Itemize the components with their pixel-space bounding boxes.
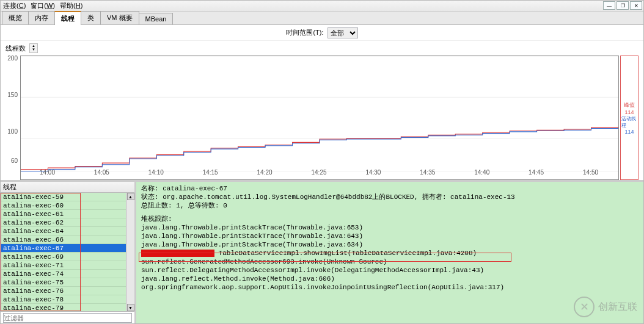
tab-classes[interactable]: 类: [81, 11, 101, 24]
legend-live-value: 114: [624, 129, 634, 135]
thread-item[interactable]: atalina-exec-60: [1, 201, 126, 210]
chart-section: 线程数 ▲▼ 60100150200 峰值 114 活动线程 114 14:00…: [1, 41, 643, 180]
stack-frame: java.lang.Throwable.printStackTrace(Thro…: [141, 240, 639, 249]
close-button[interactable]: ✕: [630, 1, 642, 10]
thread-item[interactable]: atalina-exec-61: [1, 210, 126, 218]
stack-frame: java.lang.Throwable.printStackTrace(Thro…: [141, 223, 639, 232]
redacted-icon: [141, 250, 214, 257]
y-tick-label: 100: [7, 128, 18, 135]
y-tick-label: 60: [11, 157, 18, 164]
thread-item[interactable]: atalina-exec-59: [1, 193, 126, 201]
thread-filter-input[interactable]: [3, 313, 132, 323]
tab-vm-summary[interactable]: VM 概要: [100, 11, 139, 24]
scroll-down-button[interactable]: ▼: [127, 304, 134, 311]
stack-frame: java.lang.Throwable.printStackTrace(Thro…: [141, 232, 639, 240]
minimize-button[interactable]: ―: [603, 1, 615, 10]
x-tick-label: 14:30: [365, 169, 381, 176]
thread-item[interactable]: atalina-exec-67: [1, 244, 126, 253]
x-tick-label: 14:35: [420, 169, 435, 176]
thread-item[interactable]: atalina-exec-64: [1, 227, 126, 236]
chart-legend: 峰值 114 活动线程 114: [620, 56, 639, 180]
thread-item[interactable]: atalina-exec-75: [1, 278, 126, 287]
x-axis-labels: 14:0014:0514:1014:1514:2014:2514:3014:35…: [20, 169, 618, 178]
thread-filter-row: [1, 311, 134, 323]
chart-plot-area: [20, 56, 619, 180]
chart-svg: [21, 56, 618, 179]
legend-live-label: 活动线程: [621, 115, 637, 129]
thread-list-panel: 线程 atalina-exec-59atalina-exec-60atalina…: [1, 182, 136, 323]
x-tick-label: 14:45: [529, 169, 544, 176]
y-tick-label: 150: [7, 92, 18, 98]
tab-bar: 概览 内存 线程 类 VM 概要 MBean: [1, 12, 643, 25]
x-tick-label: 14:05: [94, 169, 109, 176]
chart-spinner[interactable]: ▲▼: [29, 43, 38, 53]
thread-item[interactable]: atalina-exec-76: [1, 287, 126, 295]
stack-frame: sun.reflect.GeneratedMethodAccessor693.i…: [141, 257, 639, 266]
maximize-button[interactable]: ❐: [617, 1, 629, 10]
chevron-down-icon: ▼: [30, 48, 37, 51]
legend-peak-value: 114: [624, 109, 634, 115]
detail-block-row: 总阻止数: 1, 总等待数: 0: [141, 201, 639, 210]
watermark-text: 创新互联: [598, 301, 637, 314]
thread-item[interactable]: atalina-exec-66: [1, 236, 126, 244]
watermark: ✕ 创新互联: [574, 297, 637, 317]
time-range-select[interactable]: 全部: [327, 27, 358, 38]
detail-state-row: 状态: org.apache.tomcat.util.log.SystemLog…: [141, 193, 639, 201]
time-range-label: 时间范围(T):: [286, 28, 323, 37]
tab-memory[interactable]: 内存: [28, 11, 55, 24]
thread-detail-panel: 名称: catalina-exec-67 状态: org.apache.tomc…: [136, 182, 643, 323]
stack-trace-label: 堆栈跟踪:: [141, 215, 639, 223]
menu-help[interactable]: 帮助(H): [60, 1, 82, 10]
detail-name-row: 名称: catalina-exec-67: [141, 184, 639, 193]
stack-frame: org.springframework.aop.support.AopUtils…: [141, 283, 639, 292]
chart-title-row: 线程数 ▲▼: [5, 43, 639, 53]
thread-item[interactable]: atalina-exec-62: [1, 218, 126, 227]
x-tick-label: 14:25: [311, 169, 326, 176]
thread-list: atalina-exec-59atalina-exec-60atalina-ex…: [1, 193, 134, 311]
y-tick-label: 200: [7, 55, 18, 62]
thread-list-header: 线程: [1, 182, 134, 193]
x-tick-label: 14:20: [257, 169, 273, 176]
scroll-up-button[interactable]: ▲: [127, 193, 134, 200]
x-tick-label: 14:10: [148, 169, 164, 176]
legend-peak-label: 峰值: [624, 101, 635, 109]
thread-item[interactable]: atalina-exec-79: [1, 304, 126, 311]
x-tick-label: 14:00: [40, 169, 55, 176]
stack-frame: sun.reflect.DelegatingMethodAccessorImpl…: [141, 266, 639, 275]
watermark-logo-icon: ✕: [574, 297, 595, 317]
detail-name-value: catalina-exec-67: [163, 185, 227, 192]
tab-mbeans[interactable]: MBean: [139, 13, 174, 24]
thread-item[interactable]: atalina-exec-74: [1, 270, 126, 278]
app-window: 连接(C) 窗口(W) 帮助(H) ― ❐ ✕ 概览 内存 线程 类 VM 概要…: [0, 0, 644, 324]
thread-item[interactable]: atalina-exec-71: [1, 261, 126, 270]
thread-list-inner: atalina-exec-59atalina-exec-60atalina-ex…: [1, 193, 126, 311]
chart-title: 线程数: [5, 44, 26, 53]
detail-block-value: 1, 总等待数: 0: [176, 202, 227, 209]
lower-pane: 线程 atalina-exec-59atalina-exec-60atalina…: [1, 180, 643, 323]
time-range-row: 时间范围(T): 全部: [1, 25, 643, 41]
y-axis-labels: 60100150200: [5, 56, 19, 168]
window-controls: ― ❐ ✕: [602, 1, 642, 10]
stack-frame: java.lang.reflect.Method.invoke(Method.j…: [141, 275, 639, 283]
tab-overview[interactable]: 概览: [2, 11, 29, 24]
thread-scrollbar[interactable]: ▲ ▼: [126, 193, 134, 311]
tab-threads[interactable]: 线程: [54, 11, 81, 25]
thread-item[interactable]: atalina-exec-69: [1, 253, 126, 261]
x-tick-label: 14:15: [203, 169, 218, 176]
stack-frame-highlighted: TableDataServiceImpl.showImgList(TableDa…: [141, 249, 639, 257]
menu-connect[interactable]: 连接(C): [3, 1, 26, 10]
thread-item[interactable]: atalina-exec-78: [1, 295, 126, 304]
menubar: 连接(C) 窗口(W) 帮助(H) ― ❐ ✕: [1, 1, 643, 12]
menu-window[interactable]: 窗口(W): [31, 1, 55, 10]
chart-wrap: 60100150200 峰值 114 活动线程 114 14:0014:0514…: [5, 53, 639, 180]
detail-state-value: org.apache.tomcat.util.log.SystemLogHand…: [163, 193, 515, 201]
x-tick-label: 14:50: [583, 169, 598, 176]
x-tick-label: 14:40: [474, 169, 489, 176]
